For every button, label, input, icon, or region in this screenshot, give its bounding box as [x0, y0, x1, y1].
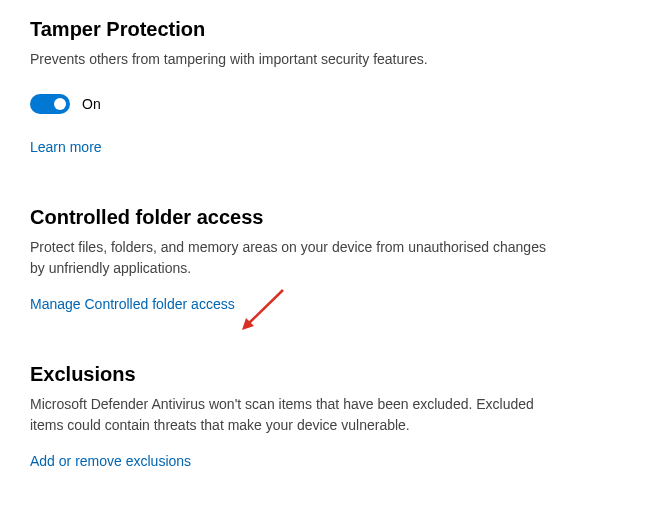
tamper-description: Prevents others from tampering with impo…	[30, 49, 550, 70]
svg-marker-1	[242, 318, 254, 330]
controlled-folder-section: Controlled folder access Protect files, …	[30, 206, 634, 313]
controlled-folder-description: Protect files, folders, and memory areas…	[30, 237, 550, 279]
tamper-toggle-row: On	[30, 94, 634, 114]
tamper-protection-section: Tamper Protection Prevents others from t…	[30, 18, 634, 156]
learn-more-link[interactable]: Learn more	[30, 139, 102, 155]
manage-controlled-folder-link[interactable]: Manage Controlled folder access	[30, 296, 235, 312]
controlled-folder-title: Controlled folder access	[30, 206, 634, 229]
tamper-title: Tamper Protection	[30, 18, 634, 41]
exclusions-section: Exclusions Microsoft Defender Antivirus …	[30, 363, 634, 470]
exclusions-title: Exclusions	[30, 363, 634, 386]
tamper-toggle[interactable]	[30, 94, 70, 114]
tamper-toggle-label: On	[82, 96, 101, 112]
exclusions-description: Microsoft Defender Antivirus won't scan …	[30, 394, 550, 436]
add-remove-exclusions-link[interactable]: Add or remove exclusions	[30, 453, 191, 469]
